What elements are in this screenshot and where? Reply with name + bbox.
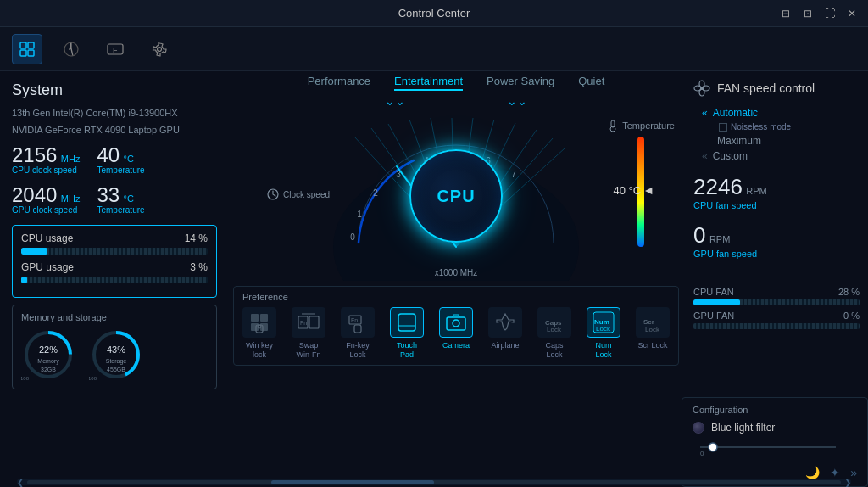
cpu-fan-bar-row: CPU FAN 28 % [693,287,860,297]
usage-box: CPU usage 14 % GPU usage 3 % [12,225,217,298]
pref-fn-key-lock[interactable]: Fn Fn-key Lock [341,307,375,360]
fullscreen-button[interactable]: ⛶ [822,6,837,21]
pref-swap-win-fn[interactable]: Fn Swap Win-Fn [292,307,326,360]
thermometer-icon [607,120,619,132]
num-lock-label: Num Lock [587,341,620,360]
svg-rect-57 [354,325,361,333]
pref-win-key-lock[interactable]: Win key lock [242,307,276,360]
fn-key-lock-label: Fn-key Lock [341,341,375,360]
minimize-button[interactable]: ⊟ [778,6,793,21]
svg-rect-0 [20,42,26,48]
gpu-usage-bar-fill [21,277,27,283]
svg-text:100: 100 [21,376,30,381]
config-icons-row: 🌙 ✦ » [693,466,857,479]
clock-icon [266,188,280,201]
svg-text:Memory: Memory [37,358,59,365]
storage-gauge-wrap: 43% Storage 455GB 100 [89,327,143,382]
tab-performance[interactable]: Performance [308,75,370,91]
fan-section-title-text: FAN speed control [717,81,815,95]
titlebar: Control Center ⊟ ⊡ ⛶ ✕ [0,0,868,27]
cpu-fan-speed-val: 2246 [693,174,743,199]
fan-custom-radio: « [702,150,708,162]
gpu-clock-label: GPU clock speed [12,205,80,215]
airplane-icon [494,311,516,333]
temp-indicator: 40 °C ◄ [613,183,654,197]
noiseless-checkbox[interactable] [719,123,727,132]
memory-gauge-wrap: 22% Memory 32GB 100 [21,327,75,382]
keyboard-toolbar-icon[interactable]: F [100,34,131,64]
gpu-fan-bar-bg [693,323,860,329]
gpu-clock-stat: 2040 MHz GPU clock speed [12,185,80,215]
toolbar: F [0,27,868,71]
fan-option-custom[interactable]: « Custom [702,150,860,162]
performance-toolbar-icon[interactable] [56,34,86,64]
config-title: Configuration [693,405,857,415]
scr-lock-icon-wrap: Scr Lock [636,307,670,338]
chevron-row: ⌄⌄ ⌄⌄ [385,94,527,108]
svg-text:2: 2 [373,188,378,198]
svg-text:Storage: Storage [106,358,127,365]
tab-power-saving[interactable]: Power Saving [487,75,554,91]
pref-camera[interactable]: Camera [439,307,473,350]
svg-rect-58 [398,314,415,331]
pref-touch-pad[interactable]: Touch Pad [390,307,424,360]
gpu-stats-row: 2040 MHz GPU clock speed 33 °C Temperatu… [12,185,217,215]
settings-toolbar-icon[interactable] [144,34,175,64]
star-config-icon[interactable]: ✦ [830,466,840,479]
preference-icons: Win key lock Fn Swap Win-Fn [242,307,670,360]
gpu-name: NVIDIA GeForce RTX 4090 Laptop GPU [12,125,217,135]
pref-scr-lock[interactable]: Scr Lock Scr Lock [636,307,670,350]
cpu-temp-value: 40 [97,143,120,166]
cpu-temp-stat: 40 °C Temperature [97,145,144,175]
airplane-icon-wrap [488,307,522,338]
gpu-fan-bar-row: GPU FAN 0 % [693,311,860,321]
scrollbar-thumb[interactable] [271,480,434,484]
cpu-fan-bar-bg [693,299,860,305]
cpu-circle: CPU [409,149,503,243]
speedo-unit: x1000 MHz [435,264,478,279]
fn-key-lock-icon-wrap: Fn [341,307,375,338]
gpu-fan-bar-pct: 0 % [843,311,860,321]
moon-config-icon[interactable]: 🌙 [805,466,820,479]
maximize-button[interactable]: ⊡ [800,6,815,21]
forward-config-icon[interactable]: » [850,466,857,479]
divider [693,271,860,271]
svg-text:3: 3 [396,170,401,179]
pref-airplane[interactable]: Airplane [488,307,522,350]
fan-option-maximum[interactable]: Maximum [702,135,860,147]
system-title: System [12,81,217,99]
cpu-pct-value: 14 [185,232,196,244]
touch-pad-icon-wrap [390,307,424,338]
fan-custom-label: Custom [713,150,748,162]
tab-entertainment[interactable]: Entertainment [394,75,463,91]
cpu-usage-row: CPU usage 14 % [21,232,208,244]
system-toolbar-icon[interactable] [12,34,42,64]
svg-rect-3 [28,50,34,56]
scroll-right-arrow[interactable]: ❯ [844,478,851,487]
tab-quiet[interactable]: Quiet [578,75,604,91]
touch-pad-icon [396,311,418,333]
cpu-fan-bar-label: CPU FAN [693,287,734,297]
storage-gauge-svg: 43% Storage 455GB 100 [89,327,143,382]
fn-key-lock-icon: Fn [347,311,369,333]
caps-lock-label: Caps Lock [537,341,571,360]
pref-num-lock[interactable]: Num Lock Num Lock [587,307,620,360]
svg-rect-54 [309,316,319,328]
cpu-clock-value: 2156 [12,143,57,166]
slider-thumb[interactable] [709,443,717,451]
gpu-temp-label: Temperature [97,205,144,215]
scrollbar: ❮ ❯ [17,479,851,485]
cpu-clock-stat: 2156 MHz CPU clock speed [12,145,80,175]
scroll-left-arrow[interactable]: ❮ [17,478,24,487]
gpu-clock-value: 2040 [12,183,57,206]
swap-win-fn-icon: Fn [298,311,320,333]
gpu-pct-unit: % [198,261,208,273]
blue-light-slider-wrap: 0 [693,439,857,459]
fan-option-automatic[interactable]: « Automatic [702,107,860,119]
pref-caps-lock[interactable]: Caps Lock Caps Lock [537,307,571,360]
svg-text:Fn: Fn [351,317,358,323]
gpu-temp-unit: °C [124,193,134,204]
close-button[interactable]: ✕ [844,6,860,21]
gpu-temp-value: 33 [97,183,120,206]
memory-box: Memory and storage 22% Memory 32GB 100 [12,305,217,389]
